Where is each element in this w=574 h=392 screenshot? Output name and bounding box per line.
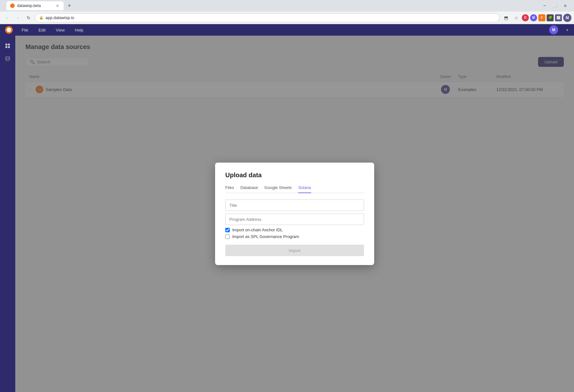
svg-rect-0 [5,44,7,46]
address-bar[interactable]: 🔒 app.datawisp.io [35,13,500,22]
tab-database[interactable]: Database [240,185,258,193]
forward-button[interactable]: › [13,13,22,22]
upload-modal: Upload data Files Database Google Sheets… [215,163,374,265]
browser-titlebar: datawisp.beta ✕ + − ⬜ ✕ [0,0,574,11]
sidebar [0,36,15,392]
ext-icon-5[interactable]: ⬜ [555,14,562,21]
checkbox-anchor-idl-row: Import on-chain Anchor IDL [225,228,364,232]
spl-governance-label: Import as SPL Governance Program [232,234,299,239]
tab-close-button[interactable]: ✕ [55,3,60,8]
new-tab-button[interactable]: + [65,1,74,10]
address-text: app.datawisp.io [46,15,74,20]
menu-file[interactable]: File [20,26,30,34]
main-content: Manage data sources 🔍 Upload Name Owner … [15,36,574,392]
tab-google-sheets[interactable]: Google Sheets [264,185,292,193]
app-profile-button[interactable]: M [549,25,558,34]
menu-help[interactable]: Help [74,26,85,34]
sidebar-item-pages[interactable] [3,41,13,51]
menu-edit[interactable]: Edit [37,26,47,34]
browser-tab-active[interactable]: datawisp.beta ✕ [6,1,64,10]
ext-icon-2[interactable]: M [530,14,537,21]
bookmark-button[interactable]: ☆ [512,13,521,22]
spl-governance-checkbox[interactable] [225,234,230,239]
back-button[interactable]: ‹ [3,13,11,22]
title-input[interactable] [225,200,364,211]
ext-icon-3[interactable]: F [538,14,545,21]
modal-overlay[interactable]: Upload data Files Database Google Sheets… [15,36,574,392]
svg-rect-3 [8,46,10,48]
cast-button[interactable]: ⬒ [501,13,510,22]
modal-title: Upload data [225,172,364,179]
menu-view[interactable]: View [54,26,66,34]
sidebar-item-data[interactable] [3,53,13,64]
program-address-input[interactable] [225,214,364,225]
browser-chrome: datawisp.beta ✕ + − ⬜ ✕ ‹ › ↻ 🔒 app.data… [0,0,574,24]
ext-icon-4[interactable]: 🧩 [547,14,554,21]
tab-files[interactable]: Files [225,185,234,193]
app-menubar: File Edit View Help M ▼ [0,24,574,36]
profile-avatar[interactable]: M [563,14,571,22]
reload-button[interactable]: ↻ [24,13,33,22]
svg-rect-1 [8,44,10,46]
checkbox-spl-governance-row: Import as SPL Governance Program [225,234,364,239]
app-logo [5,26,13,34]
browser-navbar: ‹ › ↻ 🔒 app.datawisp.io ⬒ ☆ O M F 🧩 ⬜ [0,11,574,24]
menu-expand-icon[interactable]: ▼ [566,28,569,32]
anchor-idl-label: Import on-chain Anchor IDL [232,228,283,232]
tab-label: datawisp.beta [17,4,52,8]
minimize-button[interactable]: − [541,2,549,10]
lock-icon: 🔒 [39,16,44,20]
tab-solana[interactable]: Solana [298,185,311,193]
modal-tabs: Files Database Google Sheets Solana [225,185,364,193]
app-body: Manage data sources 🔍 Upload Name Owner … [0,36,574,392]
browser-actions: ⬒ ☆ O M F 🧩 ⬜ M [501,13,571,22]
app-wrapper: File Edit View Help M ▼ [0,24,574,392]
tab-favicon [10,4,15,8]
svg-point-4 [6,57,10,58]
import-button[interactable]: Import [225,245,364,256]
svg-rect-2 [5,46,7,48]
close-window-button[interactable]: ✕ [561,2,569,10]
ext-icon-1[interactable]: O [522,14,529,21]
anchor-idl-checkbox[interactable] [225,228,230,232]
app-logo-inner [7,28,11,32]
restore-button[interactable]: ⬜ [551,2,559,10]
